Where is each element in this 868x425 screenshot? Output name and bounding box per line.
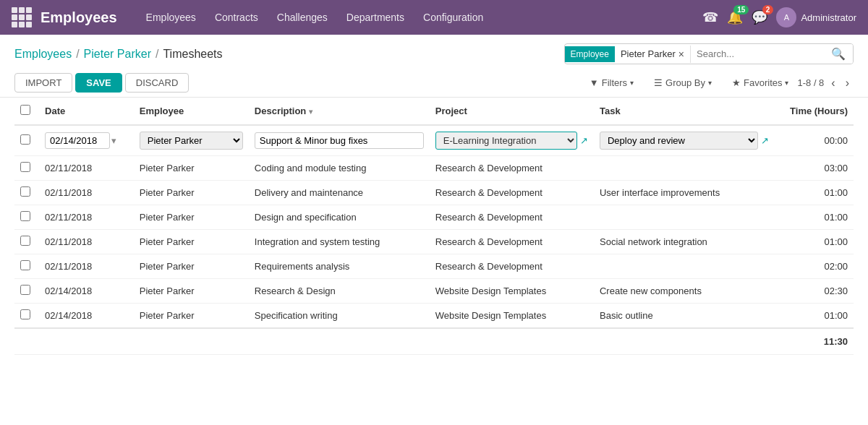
filters-button[interactable]: ▼ Filters ▾ (584, 74, 639, 91)
pagination-nav: ‹ › (827, 75, 854, 91)
table-edit-row: ▾ Pieter Parker E-Learni (14, 125, 854, 156)
group-by-button[interactable]: ☰ Group By ▾ (648, 74, 718, 91)
row-2-project: Research & Development (430, 205, 594, 230)
table-total-row: 11:30 (14, 328, 854, 355)
row-5-project: Website Design Templates (430, 279, 594, 304)
th-date-label: Date (45, 106, 65, 116)
import-button[interactable]: IMPORT (14, 73, 72, 93)
th-project[interactable]: Project (430, 98, 594, 125)
edit-row-date-cell: ▾ (39, 125, 134, 156)
row-2-checkbox[interactable] (20, 211, 30, 221)
row-1-time: 01:00 (775, 181, 854, 205)
th-description[interactable]: Description ▾ (249, 98, 430, 125)
pagination-next[interactable]: › (841, 75, 854, 91)
filter-value: Pieter Parker × (615, 46, 691, 63)
phone-icon[interactable]: ☎ (702, 9, 718, 25)
edit-date-input[interactable] (45, 132, 110, 149)
nav-configuration[interactable]: Configuration (414, 7, 492, 27)
table-row: 02/11/2018 Pieter Parker Delivery and ma… (14, 181, 854, 205)
breadcrumb-employees[interactable]: Employees (14, 48, 72, 61)
row-4-employee: Pieter Parker (134, 254, 249, 279)
th-employee-label: Employee (140, 106, 184, 116)
save-button[interactable]: SAVE (75, 73, 122, 93)
notifications-icon[interactable]: 🔔 15 (727, 9, 743, 25)
row-4-date: 02/11/2018 (39, 254, 134, 279)
select-all-checkbox[interactable] (20, 105, 30, 115)
date-dropdown-icon[interactable]: ▾ (111, 135, 116, 146)
row-1-project: Research & Development (430, 181, 594, 205)
breadcrumb-pieter-parker[interactable]: Pieter Parker (84, 48, 151, 61)
row-6-date: 02/14/2018 (39, 304, 134, 329)
th-employee[interactable]: Employee (134, 98, 249, 125)
row-4-time: 02:00 (775, 254, 854, 279)
filter-value-text: Pieter Parker (621, 48, 676, 59)
timesheets-table: Date Employee Description ▾ Project Task… (14, 98, 854, 355)
filter-close-icon[interactable]: × (678, 48, 684, 60)
project-external-link-icon[interactable]: ↗ (580, 135, 588, 146)
row-6-description: Specification writing (249, 304, 430, 329)
row-1-description: Delivery and maintenance (249, 181, 430, 205)
edit-project-select[interactable]: E-Learning Integration (435, 132, 577, 150)
star-icon: ★ (732, 77, 741, 88)
table-row: 02/14/2018 Pieter Parker Specification w… (14, 304, 854, 329)
table-row: 02/11/2018 Pieter Parker Design and spec… (14, 205, 854, 230)
row-2-task (594, 205, 775, 230)
row-5-task: Create new components (594, 279, 775, 304)
row-0-checkbox[interactable] (20, 162, 30, 172)
user-menu[interactable]: A Administrator (776, 7, 856, 27)
th-task[interactable]: Task (594, 98, 775, 125)
breadcrumb-bar: Employees / Pieter Parker / Timesheets E… (0, 35, 868, 69)
pagination-info: 1-8 / 8 (797, 77, 824, 88)
nav-contracts[interactable]: Contracts (206, 7, 267, 27)
th-time-label: Time (Hours) (790, 106, 848, 116)
task-external-link-icon[interactable]: ↗ (761, 135, 769, 146)
search-submit-icon[interactable]: 🔍 (824, 44, 853, 64)
row-3-checkbox[interactable] (20, 236, 30, 246)
search-input[interactable] (691, 46, 824, 62)
th-date[interactable]: Date (39, 98, 134, 125)
group-by-label: Group By (665, 77, 705, 88)
row-2-time: 01:00 (775, 205, 854, 230)
favorites-button[interactable]: ★ Favorites ▾ (726, 74, 794, 91)
favorites-chevron: ▾ (785, 79, 788, 87)
nav-challenges[interactable]: Challenges (268, 7, 336, 27)
row-0-time: 03:00 (775, 156, 854, 181)
row-4-checkbox[interactable] (20, 260, 30, 270)
nav-employees[interactable]: Employees (137, 7, 205, 27)
row-2-employee: Pieter Parker (134, 205, 249, 230)
row-5-date: 02/14/2018 (39, 279, 134, 304)
th-task-label: Task (600, 106, 621, 116)
total-time: 11:30 (775, 328, 854, 355)
edit-row-time: 00:00 (824, 135, 848, 146)
row-3-project: Research & Development (430, 230, 594, 254)
timesheets-table-container: Date Employee Description ▾ Project Task… (0, 98, 868, 355)
th-project-label: Project (435, 106, 467, 116)
row-5-description: Research & Design (249, 279, 430, 304)
edit-row-checkbox[interactable] (20, 134, 30, 145)
messages-badge: 2 (762, 5, 774, 14)
row-3-employee: Pieter Parker (134, 230, 249, 254)
row-2-check (14, 205, 39, 230)
total-label (14, 328, 775, 355)
apps-icon[interactable] (12, 7, 32, 27)
messages-icon[interactable]: 💬 2 (752, 9, 767, 25)
pagination-prev[interactable]: ‹ (827, 75, 839, 91)
favorites-label: Favorites (744, 77, 782, 88)
row-5-employee: Pieter Parker (134, 279, 249, 304)
breadcrumb-sep-1: / (76, 48, 79, 61)
row-3-description: Integration and system testing (249, 230, 430, 254)
group-by-chevron: ▾ (708, 79, 712, 87)
nav-departments[interactable]: Departments (338, 7, 413, 27)
discard-button[interactable]: DISCARD (125, 73, 190, 93)
edit-employee-select[interactable]: Pieter Parker (140, 132, 243, 150)
row-4-description: Requirements analysis (249, 254, 430, 279)
edit-task-select[interactable]: Deploy and review (600, 132, 758, 150)
row-1-checkbox[interactable] (20, 186, 30, 197)
row-3-time: 01:00 (775, 230, 854, 254)
th-time[interactable]: Time (Hours) (775, 98, 854, 125)
edit-description-input[interactable] (255, 132, 424, 149)
row-6-checkbox[interactable] (20, 309, 30, 319)
edit-row-time-cell: 00:00 (775, 125, 854, 156)
row-6-employee: Pieter Parker (134, 304, 249, 329)
row-5-checkbox[interactable] (20, 285, 30, 295)
